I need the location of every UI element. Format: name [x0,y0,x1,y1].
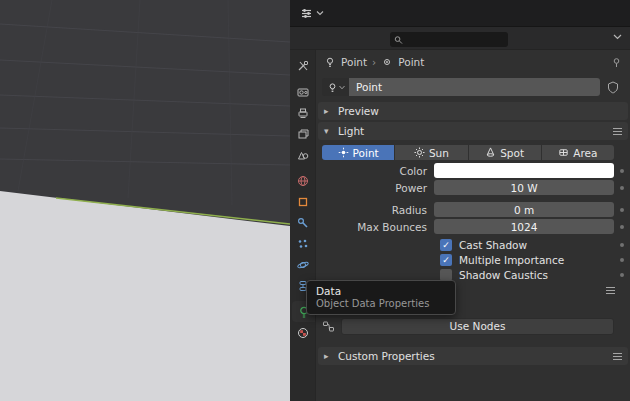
color-label: Color [316,165,434,177]
tooltip-subtitle: Object Data Properties [316,298,446,309]
tab-view-layer[interactable] [290,123,315,144]
power-label: Power [316,182,434,194]
point-light-data-icon [381,56,393,68]
tab-particles[interactable] [290,233,315,254]
physics-icon [296,258,310,272]
decorator-dot-icon [620,243,624,247]
tab-physics[interactable] [290,254,315,275]
breadcrumb: Point › Point [316,50,630,74]
panel-header-custom-properties[interactable]: ▸ Custom Properties [318,347,628,365]
cast-shadow-label: Cast Shadow [459,239,614,251]
area-light-icon [558,147,569,158]
pin-icon[interactable] [611,57,622,68]
view-layer-icon [296,127,310,141]
ground-plane-object [0,191,290,401]
breadcrumb-separator: › [372,56,376,68]
point-light-icon [338,147,349,158]
light-type-area-button[interactable]: Area [542,145,614,160]
decorator-dot-icon [620,258,624,262]
properties-tab-strip [290,50,316,401]
object-icon [296,195,310,209]
tab-material[interactable] [290,322,315,343]
search-input[interactable] [406,34,504,45]
tooltip-title: Data [316,285,446,297]
light-panel-menu-icon[interactable] [613,128,622,135]
light-data-icon [327,82,338,93]
decorator[interactable] [614,225,630,229]
nodes-panel-menu-icon[interactable] [606,287,615,294]
chevron-down-icon [613,33,622,40]
panel-header-light[interactable]: ▾ Light [318,122,628,140]
expand-arrow-icon: ▾ [324,126,332,136]
radius-row: Radius 0 m [316,202,630,217]
light-type-sun-button[interactable]: Sun [395,145,467,160]
panel-label-light: Light [338,125,364,137]
sun-icon [414,147,425,158]
tab-render[interactable] [290,81,315,102]
cast-shadow-checkbox[interactable] [440,239,452,251]
header-menu-button[interactable] [613,33,622,40]
particles-icon [296,237,310,251]
tab-output[interactable] [290,102,315,123]
datablock-name-field[interactable]: Point [349,78,600,96]
nodes-row: Use Nodes [322,317,614,335]
tab-object[interactable] [290,191,315,212]
panel-header-preview[interactable]: ▸ Preview [318,102,628,120]
tooltip: Data Object Data Properties [306,280,456,315]
decorator-dot-icon [620,225,624,229]
power-field[interactable]: 10 W [434,180,614,195]
light-type-point-button[interactable]: Point [322,145,394,160]
decorator[interactable] [614,208,630,212]
light-type-spot-label: Spot [500,147,524,159]
decorator-dot-icon [620,186,624,190]
breadcrumb-data-name: Point [398,56,424,68]
search-field[interactable] [390,32,508,47]
shadow-caustics-row: Shadow Caustics [440,268,630,282]
search-icon [394,35,403,45]
multiple-importance-checkbox[interactable] [440,254,452,266]
light-type-selector: Point Sun Spot [322,145,614,160]
output-printer-icon [296,106,310,120]
material-icon [296,326,310,340]
render-icon [296,85,310,99]
panel-label-custom-properties: Custom Properties [338,350,435,362]
decorator[interactable] [614,243,630,247]
viewport-canvas [0,0,290,401]
properties-header [290,26,630,50]
decorator[interactable] [614,186,630,190]
shield-icon [607,81,619,94]
light-type-spot-button[interactable]: Spot [469,145,541,160]
radius-label: Radius [316,204,434,216]
properties-editor-topbar [290,0,630,26]
blender-window: Point › Point [0,0,630,401]
id-datablock-row: Point [316,74,630,100]
max-bounces-field[interactable]: 1024 [434,219,614,234]
panel-label-preview: Preview [338,105,379,117]
properties-panel: Point › Point [316,50,630,401]
light-type-point-label: Point [353,147,379,159]
tab-modifiers[interactable] [290,212,315,233]
tab-scene[interactable] [290,144,315,165]
decorator[interactable] [614,169,630,173]
light-object-icon [324,56,336,68]
tool-icon [296,59,310,73]
editor-type-button[interactable] [296,5,328,22]
decorator[interactable] [614,258,630,262]
decorator[interactable] [614,273,630,277]
3d-viewport[interactable] [0,0,290,401]
fake-user-button[interactable] [604,78,622,96]
light-type-sun-label: Sun [429,147,449,159]
tab-tool[interactable] [290,55,315,76]
decorator-dot-icon [620,169,624,173]
cast-shadow-row: Cast Shadow [440,238,630,252]
max-bounces-label: Max Bounces [316,221,434,233]
chevron-down-icon [339,85,345,90]
browse-light-data-button[interactable] [322,78,349,96]
tab-world[interactable] [290,170,315,191]
custom-properties-menu-icon[interactable] [613,353,622,360]
power-row: Power 10 W [316,180,630,195]
collapse-arrow-icon: ▸ [324,351,332,361]
color-swatch[interactable] [434,163,614,178]
use-nodes-button[interactable]: Use Nodes [341,318,614,335]
radius-field[interactable]: 0 m [434,202,614,217]
